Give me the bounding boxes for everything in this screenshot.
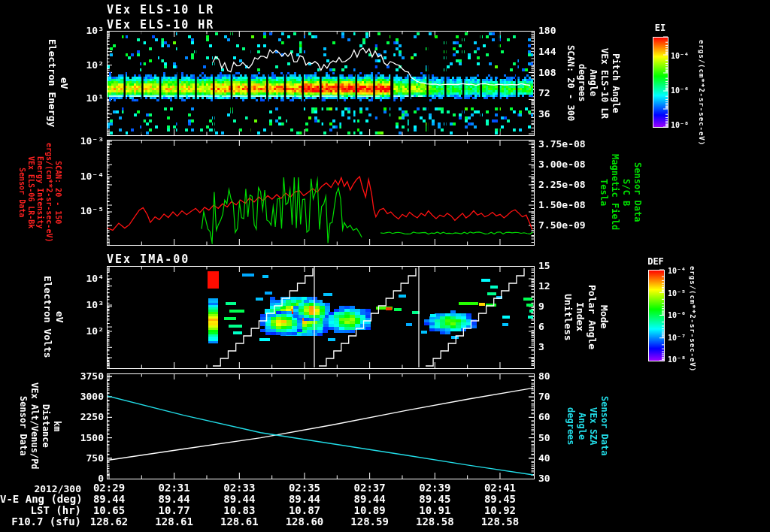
els-bk-left-axis-label: Sensor DataVEx ELS-06 LR-BkEnergy Intens…: [18, 140, 62, 245]
table-cell: 128.59: [338, 515, 402, 527]
y-tick-label: 3750: [68, 370, 104, 382]
table-cell: 10.89: [338, 504, 402, 516]
bfield-right-axis-label-line: Sensor Data: [632, 140, 643, 245]
y-tick-label: 10²: [68, 325, 104, 337]
sza-right-axis-label-line: Sensor Data: [599, 373, 610, 479]
right-y-tick-label: 7.50e-09: [538, 219, 606, 231]
right-y-tick-label: 3.00e-08: [538, 159, 606, 170]
bfield-right-axis-label: Sensor DataS/C BMagnetic FieldTesla: [599, 140, 643, 245]
y-tick-label: 10⁻⁴: [68, 171, 104, 182]
y-tick-label: 2250: [68, 411, 104, 422]
sza-right-axis-label: Sensor DataVEx SZAAngledegrees: [565, 373, 610, 479]
colorbar-def-tick-label: 10⁻⁵: [668, 289, 698, 298]
right-y-tick-label: 3.75e-08: [538, 138, 606, 150]
y-tick-label: 10⁻⁵: [68, 205, 104, 216]
alt-left-axis-label-line: Sensor Data: [18, 373, 29, 479]
els-bk-left-axis-label-line: Sensor Data: [18, 140, 26, 245]
ima-title: VEx IMA-00: [107, 252, 189, 266]
table-cell: 89.45: [468, 493, 532, 505]
sza-right-axis-label-line: Angle: [577, 373, 587, 479]
time-tick-label: 02:31: [142, 482, 207, 494]
colorbar-ei-tick-label: 10⁻⁶: [671, 86, 701, 95]
sza-right-axis-label-line: VEx SZA: [588, 373, 599, 479]
row-label: LST (hr): [0, 504, 81, 516]
pitch-right-axis-label-line: degrees: [577, 31, 587, 135]
els-bk-left-axis-label-line: VEx ELS-06 LR-Bk: [27, 140, 35, 245]
colorbar-def-tick-label: 10⁻⁸: [668, 355, 698, 364]
mode-right-axis-label-line: Index: [574, 266, 586, 368]
table-cell: 10.87: [272, 504, 337, 516]
time-tick-label: 02:29: [77, 482, 141, 494]
colorbar-def-tick-label: 10⁻⁷: [668, 334, 698, 342]
table-cell: 10.92: [468, 504, 532, 516]
table-cell: 89.44: [77, 493, 141, 505]
y-tick-label: 750: [68, 452, 104, 464]
table-cell: 10.83: [207, 504, 271, 516]
y-tick-label: 10¹: [68, 92, 104, 104]
time-tick-label: 02:37: [338, 482, 402, 494]
els-title-hr: VEx ELS-10 HR: [107, 18, 214, 32]
y-tick-label: 10²: [68, 59, 104, 71]
y-tick-label: 3000: [68, 391, 104, 402]
table-cell: 10.65: [77, 504, 141, 516]
els-bk-left-axis-label-line: Energy Intensity: [36, 140, 44, 245]
els-bk-left-axis-label-line: ergs/(cm**2-sr-sec-eV): [45, 140, 53, 245]
els-title-lr: VEx ELS-10 LR: [107, 3, 214, 17]
bfield-right-axis-label-line: S/C B: [621, 140, 632, 245]
sza-right-axis-label-line: degrees: [565, 373, 576, 479]
y-tick-label: 10³: [68, 299, 104, 310]
els-left-axis-label-line: eV: [59, 31, 70, 135]
table-cell: 128.58: [468, 515, 532, 527]
table-cell: 89.44: [272, 493, 337, 505]
time-tick-label: 02:41: [468, 482, 532, 494]
els-left-axis-label: Electron EnergyeV: [47, 31, 70, 135]
colorbar-ei-tick-label: 10⁻⁸: [671, 121, 701, 129]
row-label: V-E Ang (deg): [0, 493, 81, 505]
table-cell: 10.77: [142, 504, 207, 516]
table-cell: 128.61: [142, 515, 207, 527]
pitch-right-axis-label-line: SCAN: 20 - 300: [565, 31, 576, 135]
table-cell: 89.44: [338, 493, 402, 505]
y-tick-label: 10⁴: [68, 273, 104, 284]
mode-right-axis-label-line: Polar Angle: [587, 266, 598, 368]
table-cell: 128.58: [402, 515, 467, 527]
bfield-right-axis-label-line: Magnetic Field: [610, 140, 620, 245]
colorbar-def-tick-label: 10⁻⁴: [668, 267, 698, 275]
table-cell: 128.61: [207, 515, 271, 527]
ima-left-axis-label-line: Electron Volts: [42, 266, 53, 368]
table-cell: 89.44: [207, 493, 271, 505]
y-tick-label: 1500: [68, 432, 104, 443]
colorbar-ei-title: EI: [647, 23, 674, 33]
colorbar-def-title: DEF: [641, 256, 670, 267]
pitch-right-axis-label: Pitch AngleVEx ELS-10 LRAngledegreesSCAN…: [565, 31, 621, 135]
table-cell: 89.44: [142, 493, 207, 505]
pitch-right-axis-label-line: Angle: [588, 31, 599, 135]
colorbar-def-tick-label: 10⁻⁶: [668, 311, 698, 319]
pitch-right-axis-label-line: VEx ELS-10 LR: [599, 31, 610, 135]
colorbar-ei-tick-label: 10⁻⁴: [671, 52, 701, 60]
mode-right-axis-label: ModePolar AngleIndexUnitless: [562, 266, 610, 368]
mode-right-axis-label-line: Unitless: [562, 266, 574, 368]
alt-left-axis-label-line: km: [52, 373, 62, 479]
table-cell: 10.91: [402, 504, 467, 516]
els-left-axis-label-line: Electron Energy: [47, 31, 58, 135]
y-tick-label: 10⁻³: [68, 135, 104, 147]
alt-left-axis-label-line: VEx Alt/Venus/Pd: [29, 373, 40, 479]
table-cell: 89.45: [402, 493, 467, 505]
vex-quicklook-plot: VEx ELS-10 LR VEx ELS-10 HR VEx IMA-00 E…: [0, 0, 770, 532]
row-label: F10.7 (sfu): [0, 515, 81, 527]
y-tick-label: 10³: [68, 25, 104, 36]
time-tick-label: 02:35: [272, 482, 337, 494]
ima-left-axis-label-line: eV: [54, 266, 65, 368]
right-y-tick-label: 2.25e-08: [538, 179, 606, 190]
time-tick-label: 02:33: [207, 482, 271, 494]
alt-left-axis-label: Sensor DataVEx Alt/Venus/PdDistancekm: [18, 373, 62, 479]
table-cell: 128.62: [77, 515, 141, 527]
alt-left-axis-label-line: Distance: [41, 373, 51, 479]
els-bk-left-axis-label-line: SCAN: 20 - 150: [54, 140, 62, 245]
pitch-right-axis-label-line: Pitch Angle: [611, 31, 621, 135]
bfield-right-axis-label-line: Tesla: [599, 140, 609, 245]
right-y-tick-label: 1.50e-08: [538, 199, 606, 210]
time-tick-label: 02:39: [402, 482, 467, 494]
mode-right-axis-label-line: Mode: [599, 266, 610, 368]
